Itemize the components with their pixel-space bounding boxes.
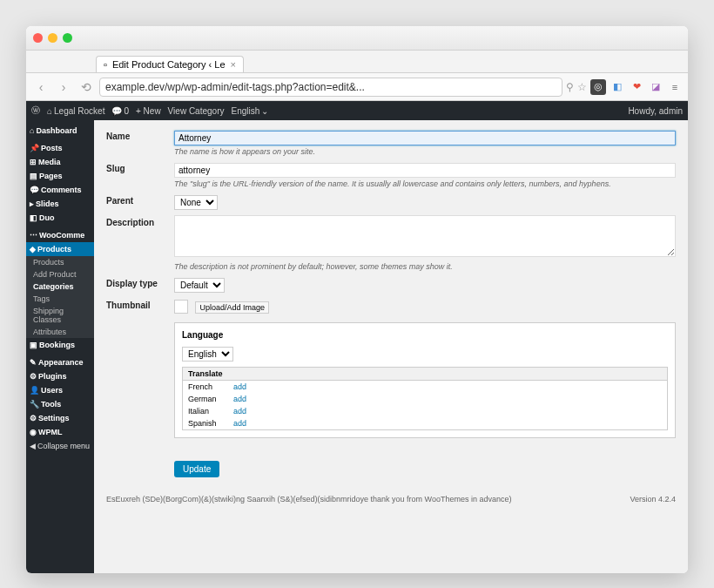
sidebar-item-media[interactable]: ⊞Media bbox=[26, 155, 94, 169]
translate-row: Spanish add bbox=[183, 417, 667, 429]
field-slug-row: Slug The "slug" is the URL-friendly vers… bbox=[106, 161, 676, 188]
translate-lang: French bbox=[188, 382, 223, 391]
translate-row: Italian add bbox=[183, 405, 667, 417]
sidebar-item-settings[interactable]: ⚙Settings bbox=[26, 411, 94, 425]
description-textarea[interactable] bbox=[174, 215, 676, 257]
parent-select[interactable]: None bbox=[174, 195, 218, 210]
sidebar-sub-shipping[interactable]: Shipping Classes bbox=[26, 305, 94, 326]
language-select[interactable]: English bbox=[182, 347, 233, 362]
translate-add-link[interactable]: add bbox=[233, 419, 246, 428]
close-window-icon[interactable] bbox=[33, 33, 43, 43]
sidebar-collapse[interactable]: ◀Collapse menu bbox=[26, 439, 94, 453]
close-tab-icon[interactable]: × bbox=[231, 59, 236, 70]
slug-label: Slug bbox=[106, 161, 174, 173]
comment-icon: 💬 bbox=[30, 186, 39, 194]
wp-logo-icon[interactable]: ⓦ bbox=[31, 105, 40, 117]
field-language-row: Language English Translate French add Ge bbox=[106, 319, 676, 438]
bookmark-icon[interactable]: ☆ bbox=[577, 81, 587, 93]
reload-button[interactable]: ⟲ bbox=[77, 78, 96, 97]
products-icon: ◆ bbox=[30, 245, 36, 253]
extension-icon[interactable]: ◧ bbox=[610, 79, 625, 95]
slug-input[interactable] bbox=[174, 163, 676, 178]
translate-lang: Italian bbox=[188, 407, 223, 416]
sidebar-item-users[interactable]: 👤Users bbox=[26, 383, 94, 397]
wp-admin-bar: ⓦ ⌂ Legal Rocket 💬 0 + New View Category… bbox=[26, 101, 688, 120]
sidebar-sub-attributes[interactable]: Attributes bbox=[26, 326, 94, 338]
name-label: Name bbox=[106, 129, 174, 141]
sidebar-item-bookings[interactable]: ▣Bookings bbox=[26, 338, 94, 352]
collapse-icon: ◀ bbox=[30, 442, 36, 450]
extension-icon[interactable]: ◪ bbox=[648, 79, 663, 95]
name-input[interactable] bbox=[174, 131, 676, 145]
description-label: Description bbox=[106, 215, 174, 227]
url-input[interactable]: example.dev/wp/wp-admin/edit-tags.php?ac… bbox=[99, 78, 562, 97]
howdy-link[interactable]: Howdy, admin bbox=[628, 106, 683, 116]
users-icon: 👤 bbox=[30, 386, 39, 395]
tab-title: Edit Product Category ‹ Le bbox=[112, 59, 226, 70]
maximize-window-icon[interactable] bbox=[63, 33, 72, 43]
url-text: example.dev/wp/wp-admin/edit-tags.php?ac… bbox=[105, 81, 365, 93]
admin-sidebar: ⌂Dashboard 📌Posts ⊞Media ▤Pages 💬Comment… bbox=[26, 120, 94, 573]
language-title: Language bbox=[182, 330, 668, 340]
translate-header: Translate bbox=[183, 368, 667, 381]
sidebar-item-dashboard[interactable]: ⌂Dashboard bbox=[26, 124, 94, 138]
view-category-link[interactable]: View Category bbox=[168, 106, 225, 116]
site-name-link[interactable]: ⌂ Legal Rocket bbox=[47, 106, 104, 116]
sidebar-item-posts[interactable]: 📌Posts bbox=[26, 141, 94, 155]
name-help: The name is how it appears on your site. bbox=[174, 147, 676, 156]
wpml-icon: ◉ bbox=[30, 428, 37, 436]
sidebar-item-products[interactable]: ◆Products bbox=[26, 242, 94, 256]
footer: EsEuxreh (SDe)(BorgCom)(&)(stwiki)ng Saa… bbox=[106, 495, 676, 504]
browser-window: ▫ Edit Product Category ‹ Le × ‹ › ⟲ exa… bbox=[26, 26, 688, 573]
sidebar-item-wpml[interactable]: ◉WPML bbox=[26, 425, 94, 439]
slug-help: The "slug" is the URL-friendly version o… bbox=[174, 179, 676, 188]
sidebar-item-comments[interactable]: 💬Comments bbox=[26, 183, 94, 197]
translate-add-link[interactable]: add bbox=[233, 407, 246, 416]
forward-button[interactable]: › bbox=[54, 78, 73, 97]
plugins-icon: ⚙ bbox=[30, 372, 37, 381]
content-area: ⌂Dashboard 📌Posts ⊞Media ▤Pages 💬Comment… bbox=[26, 120, 688, 573]
update-button[interactable]: Update bbox=[174, 461, 219, 477]
pin-icon: 📌 bbox=[30, 144, 39, 152]
browser-tabs: ▫ Edit Product Category ‹ Le × bbox=[26, 51, 688, 73]
woo-icon: ⋯ bbox=[30, 231, 37, 240]
sidebar-item-slides[interactable]: ▸Slides bbox=[26, 197, 94, 211]
sidebar-item-plugins[interactable]: ⚙Plugins bbox=[26, 369, 94, 383]
sidebar-sub-add-product[interactable]: Add Product bbox=[26, 268, 94, 280]
duo-icon: ◧ bbox=[30, 213, 37, 222]
appearance-icon: ✎ bbox=[30, 358, 37, 367]
tools-icon: 🔧 bbox=[30, 400, 39, 409]
new-link[interactable]: + New bbox=[136, 106, 161, 116]
browser-tab[interactable]: ▫ Edit Product Category ‹ Le × bbox=[96, 56, 244, 72]
slides-icon: ▸ bbox=[30, 199, 34, 208]
translate-table: Translate French add German add Italian bbox=[182, 367, 668, 430]
search-icon[interactable]: ⚲ bbox=[566, 81, 574, 93]
sidebar-sub-categories[interactable]: Categories bbox=[26, 280, 94, 293]
translate-row: French add bbox=[183, 381, 667, 393]
sidebar-item-duo[interactable]: ◧Duo bbox=[26, 211, 94, 225]
upload-image-button[interactable]: Upload/Add Image bbox=[195, 301, 269, 314]
menu-icon[interactable]: ≡ bbox=[667, 79, 683, 95]
parent-label: Parent bbox=[106, 193, 174, 206]
sidebar-sub-products[interactable]: Products bbox=[26, 256, 94, 268]
sidebar-item-woocommerce[interactable]: ⋯WooComme bbox=[26, 228, 94, 242]
settings-icon: ⚙ bbox=[30, 414, 37, 422]
translate-add-link[interactable]: add bbox=[233, 395, 246, 403]
sidebar-item-appearance[interactable]: ✎Appearance bbox=[26, 355, 94, 369]
thumbnail-preview bbox=[174, 300, 188, 314]
comments-link[interactable]: 💬 0 bbox=[111, 106, 129, 116]
description-help: The description is not prominent by defa… bbox=[174, 262, 676, 271]
media-icon: ⊞ bbox=[30, 158, 37, 166]
sidebar-sub-tags[interactable]: Tags bbox=[26, 293, 94, 305]
extension-icon[interactable]: ❤ bbox=[629, 79, 644, 95]
thumbnail-label: Thumbnail bbox=[106, 298, 174, 310]
minimize-window-icon[interactable] bbox=[48, 33, 57, 43]
translate-add-link[interactable]: add bbox=[233, 382, 246, 391]
extension-icon[interactable]: ◎ bbox=[590, 79, 606, 95]
display-type-select[interactable]: Default bbox=[174, 278, 225, 293]
back-button[interactable]: ‹ bbox=[31, 78, 51, 97]
sidebar-item-tools[interactable]: 🔧Tools bbox=[26, 397, 94, 411]
language-switcher[interactable]: English ⌄ bbox=[231, 106, 268, 116]
sidebar-item-pages[interactable]: ▤Pages bbox=[26, 169, 94, 183]
translate-row: German add bbox=[183, 393, 667, 405]
